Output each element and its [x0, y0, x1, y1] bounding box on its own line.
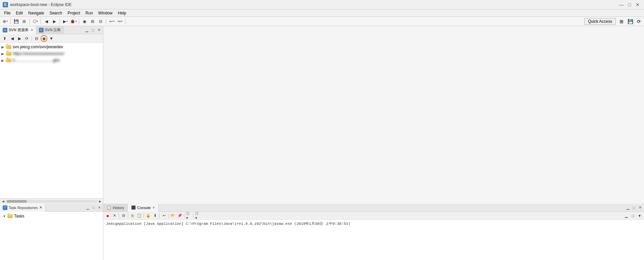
bottom-panel-close[interactable]: ✕	[637, 205, 643, 210]
svn-toolbar-forward[interactable]: ▶	[16, 35, 23, 42]
task-content: ▼ Tasks	[0, 212, 103, 260]
console-maximize-view[interactable]: □	[630, 213, 636, 219]
close-button[interactable]: ✕	[634, 1, 641, 8]
tab-svn-repos[interactable]: S SVN 资源库 ✕	[0, 26, 36, 34]
toolbar-btn-save[interactable]: 💾	[12, 18, 20, 25]
toolbar-btn-redo[interactable]: ↪▾	[116, 18, 123, 25]
toolbar-btn-new[interactable]: ⊕▾	[1, 18, 9, 25]
bottom-left-panel: T Task Repositories ✕ ▁ □ ✕ ▼ Tasks	[0, 204, 103, 260]
tab-svn-annotation[interactable]: S SVN 注释	[36, 26, 64, 34]
toolbar-btn-ext2[interactable]: ⊞	[89, 18, 96, 25]
console-word-wrap-btn[interactable]: ↩	[161, 213, 167, 219]
bottom-panel-maximize[interactable]: □	[631, 205, 637, 210]
perspective-save-icon[interactable]: 💾	[627, 18, 634, 25]
toolbar-sep-6	[106, 18, 106, 24]
toolbar-btn-ext1[interactable]: ◉	[81, 18, 88, 25]
menu-run[interactable]: Run	[83, 10, 96, 16]
task-spacer	[45, 204, 84, 211]
toolbar-btn-prev[interactable]: ◀	[43, 18, 50, 25]
svn-toolbar-active-btn[interactable]: ◉	[41, 35, 47, 42]
tree-item-3[interactable]: ▶ h..................................gbo	[0, 57, 103, 64]
tab-history[interactable]: 📋 History	[103, 204, 128, 211]
console-display-dd1[interactable]: ⬡ ▾	[186, 213, 192, 219]
bottom-right-panel: 📋 History ⬛ Console ✕ ▁ □ ✕ ■ ✕	[103, 204, 644, 260]
panel-close-btn[interactable]: ✕	[96, 27, 102, 33]
toolbar-btn-undo[interactable]: ↩▾	[108, 18, 115, 25]
toolbar-btn-saveall[interactable]: ⊞	[20, 18, 28, 25]
toolbar-btn-next[interactable]: ▶	[51, 18, 58, 25]
tab-task-repos[interactable]: T Task Repositories ✕	[0, 204, 45, 212]
console-display-dd2[interactable]: ⬡ ▾	[195, 213, 201, 219]
bottom-tab-strip: 📋 History ⬛ Console ✕ ▁ □ ✕	[103, 204, 644, 212]
bottom-panels-row: T Task Repositories ✕ ▁ □ ✕ ▼ Tasks	[0, 204, 644, 260]
scroll-right-arrow[interactable]: ▶	[98, 199, 102, 204]
console-tab-label: Console	[137, 206, 151, 210]
history-tab-label: History	[113, 206, 124, 210]
console-sep-6	[184, 213, 184, 218]
svn-hscrollbar[interactable]: ◀ ▶	[0, 198, 103, 204]
title-bar: E workspace-boot-new - Eclipse IDE — □ ✕	[0, 0, 644, 9]
tree-item-2[interactable]: ▶ https://xxxxxxxxxxxxxxxxxxx/	[0, 50, 103, 57]
toolbar-btn-run[interactable]: ▶▾	[62, 18, 69, 25]
bottom-panel-minimize[interactable]: ▁	[625, 205, 631, 210]
toolbar-btn-ext3[interactable]: ⊟	[97, 18, 104, 25]
perspective-open-icon[interactable]: ⊞	[618, 18, 625, 25]
task-repos-tab-close[interactable]: ✕	[39, 205, 42, 210]
console-sep-2	[128, 213, 128, 218]
svn-tab-strip: S SVN 资源库 ✕ S SVN 注释 ▁ □ ✕	[0, 26, 103, 34]
scroll-thumb[interactable]	[7, 200, 27, 203]
tasks-folder-icon	[7, 214, 13, 218]
console-paste-btn[interactable]: 📋	[136, 213, 142, 219]
menu-project[interactable]: Project	[65, 10, 83, 16]
console-scroll-end-btn[interactable]: ⬇	[152, 213, 158, 219]
minimize-button[interactable]: —	[618, 1, 625, 8]
tree-item-1[interactable]: ▶ svn.jeecg.com/svn/jeesedev	[0, 44, 103, 50]
console-view-menu[interactable]: ▼	[637, 213, 643, 219]
console-sep-7	[193, 213, 194, 218]
console-pin-btn[interactable]: 📌	[177, 213, 183, 219]
console-open-btn[interactable]: 📂	[170, 213, 176, 219]
console-clear-btn[interactable]: ⊟	[120, 213, 126, 219]
scroll-left-arrow[interactable]: ◀	[1, 199, 5, 204]
console-tab-close[interactable]: ✕	[152, 206, 155, 209]
console-minimize-view[interactable]: ▁	[623, 213, 629, 219]
svn-repos-icon: S	[3, 28, 7, 32]
menu-window[interactable]: Window	[96, 10, 115, 16]
toolbar-btn-publish[interactable]: ⬡▾	[32, 18, 39, 25]
maximize-button[interactable]: □	[626, 1, 633, 8]
panel-maximize-btn[interactable]: □	[90, 27, 96, 33]
menu-edit[interactable]: Edit	[13, 10, 25, 16]
tree-arrow-3: ▶	[1, 59, 5, 62]
svn-toolbar-more[interactable]: ▼	[48, 35, 55, 42]
console-terminate-btn[interactable]: ✕	[111, 213, 117, 219]
console-copy-btn[interactable]: ⎘	[129, 213, 136, 219]
svn-repos-tab-close[interactable]: ✕	[31, 28, 33, 32]
console-scroll-lock-btn[interactable]: 🔒	[145, 213, 151, 219]
console-stop-btn[interactable]: ■	[105, 213, 111, 219]
tree-label-3: h..................................gbo	[13, 58, 60, 63]
menu-file[interactable]: File	[1, 10, 13, 16]
svn-toolbar-back[interactable]: ◀	[9, 35, 15, 42]
task-tree-item-tasks[interactable]: ▼ Tasks	[1, 213, 26, 219]
scroll-track[interactable]	[5, 200, 98, 203]
svn-toolbar-collapse[interactable]: ⊟	[33, 35, 40, 42]
perspective-reset-icon[interactable]: ⟳	[635, 18, 643, 25]
menu-navigate[interactable]: Navigate	[25, 10, 47, 16]
task-panel-buttons: ▁ □ ✕	[84, 204, 103, 211]
quick-access-button[interactable]: Quick Access	[584, 18, 616, 25]
svn-toolbar-add[interactable]: ⬆	[1, 35, 8, 42]
left-panel: S SVN 资源库 ✕ S SVN 注释 ▁ □ ✕ ⬆ ◀	[0, 26, 103, 204]
task-panel-maximize[interactable]: □	[91, 205, 96, 210]
toolbar-btn-debug[interactable]: 🐞▾	[70, 18, 77, 25]
tree-label-1: svn.jeecg.com/svn/jeesedev	[13, 45, 63, 49]
task-panel-close[interactable]: ✕	[97, 205, 102, 210]
history-tab-icon: 📋	[107, 205, 111, 210]
menu-search[interactable]: Search	[47, 10, 65, 16]
menu-help[interactable]: Help	[115, 10, 129, 16]
tree-arrow-1: ▶	[1, 45, 5, 49]
svn-toolbar-refresh[interactable]: ⟳	[23, 35, 30, 42]
task-panel-minimize[interactable]: ▁	[85, 205, 91, 210]
panel-minimize-btn[interactable]: ▁	[84, 27, 90, 33]
tab-console[interactable]: ⬛ Console ✕	[128, 204, 158, 212]
svn-tree-area[interactable]: ▶ svn.jeecg.com/svn/jeesedev ▶ https://x…	[0, 43, 103, 198]
